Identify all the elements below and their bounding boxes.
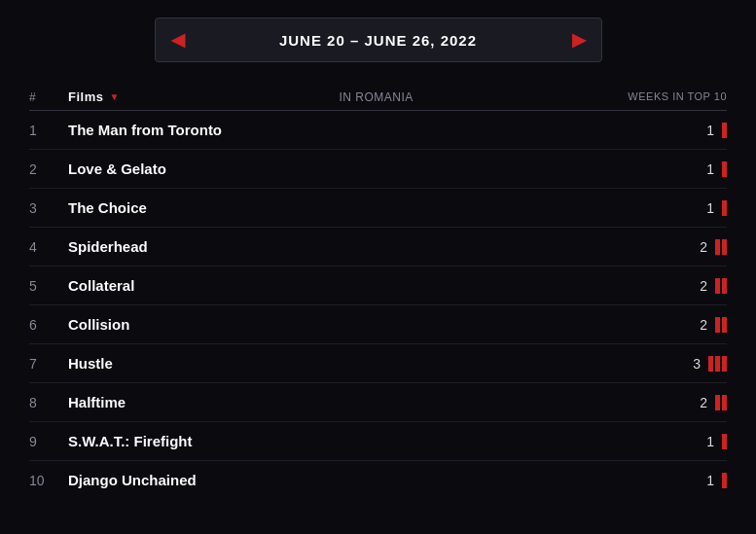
weeks-col: 1 xyxy=(610,161,727,177)
bar-segment xyxy=(715,239,720,255)
bar-segment xyxy=(722,278,727,294)
rank-number: 9 xyxy=(29,434,68,449)
sort-icon[interactable]: ▼ xyxy=(109,91,119,102)
weeks-col: 1 xyxy=(610,434,727,449)
table-row[interactable]: 9 S.W.A.T.: Firefight 1 xyxy=(29,422,727,461)
table-body: 1 The Man from Toronto 1 2 Love & Gelato… xyxy=(29,111,727,499)
films-table: # Films ▼ IN ROMANIA WEEKS IN TOP 10 1 T… xyxy=(0,84,756,499)
weeks-number: 2 xyxy=(700,239,707,255)
bar-indicator xyxy=(715,395,727,410)
weeks-col: 2 xyxy=(610,395,727,410)
rank-number: 8 xyxy=(29,395,68,410)
weeks-col: 2 xyxy=(610,239,727,255)
film-title: Spiderhead xyxy=(68,238,340,255)
table-row[interactable]: 1 The Man from Toronto 1 xyxy=(29,111,727,150)
weeks-number: 2 xyxy=(700,395,707,410)
table-row[interactable]: 8 Halftime 2 xyxy=(29,383,727,422)
bar-segment xyxy=(722,434,727,449)
col-rank-header: # xyxy=(29,90,68,104)
table-row[interactable]: 3 The Choice 1 xyxy=(29,189,727,228)
weeks-number: 2 xyxy=(700,317,707,333)
table-row[interactable]: 5 Collateral 2 xyxy=(29,267,727,305)
rank-number: 1 xyxy=(29,123,68,138)
weeks-number: 1 xyxy=(706,434,714,449)
bar-segment xyxy=(722,239,727,255)
bar-segment xyxy=(722,317,727,333)
date-bar: ◀ JUNE 20 – JUNE 26, 2022 ▶ xyxy=(155,18,602,62)
bar-indicator xyxy=(722,200,727,216)
bar-segment xyxy=(715,278,720,294)
film-title: Django Unchained xyxy=(68,472,340,488)
prev-arrow[interactable]: ◀ xyxy=(171,31,185,49)
bar-indicator xyxy=(722,434,727,449)
weeks-col: 1 xyxy=(610,200,727,216)
bar-segment xyxy=(722,395,727,410)
weeks-number: 1 xyxy=(706,473,714,488)
rank-number: 7 xyxy=(29,356,68,372)
date-navigation: ◀ JUNE 20 – JUNE 26, 2022 ▶ xyxy=(0,0,756,84)
rank-number: 10 xyxy=(29,473,68,488)
weeks-col: 1 xyxy=(610,473,727,488)
table-row[interactable]: 2 Love & Gelato 1 xyxy=(29,150,727,189)
film-title: Halftime xyxy=(68,394,340,410)
rank-number: 3 xyxy=(29,200,68,216)
bar-indicator xyxy=(715,317,727,333)
rank-number: 5 xyxy=(29,278,68,294)
rank-number: 2 xyxy=(29,161,68,177)
table-row[interactable]: 10 Django Unchained 1 xyxy=(29,461,727,499)
film-title: Collateral xyxy=(68,277,340,294)
bar-indicator xyxy=(722,161,727,177)
bar-segment xyxy=(722,123,727,138)
bar-segment xyxy=(722,200,727,216)
weeks-number: 1 xyxy=(706,200,714,216)
weeks-number: 1 xyxy=(706,123,714,138)
bar-segment xyxy=(722,356,727,372)
next-arrow[interactable]: ▶ xyxy=(572,31,586,49)
film-title: S.W.A.T.: Firefight xyxy=(68,433,340,449)
weeks-number: 1 xyxy=(706,161,714,177)
col-films-label: Films xyxy=(68,89,103,104)
bar-segment xyxy=(708,356,713,372)
bar-indicator xyxy=(708,356,727,372)
weeks-number: 2 xyxy=(700,278,707,294)
weeks-col: 2 xyxy=(610,317,727,333)
col-region-header: IN ROMANIA xyxy=(340,90,611,104)
weeks-number: 3 xyxy=(693,356,701,372)
bar-segment xyxy=(715,356,720,372)
film-title: Collision xyxy=(68,316,340,333)
bar-segment xyxy=(715,317,720,333)
weeks-col: 2 xyxy=(610,278,727,294)
col-films-header: Films ▼ xyxy=(68,89,340,104)
table-row[interactable]: 4 Spiderhead 2 xyxy=(29,228,727,267)
bar-segment xyxy=(722,473,727,488)
bar-segment xyxy=(722,161,727,177)
date-range: JUNE 20 – JUNE 26, 2022 xyxy=(279,32,477,49)
film-title: The Choice xyxy=(68,199,340,216)
bar-segment xyxy=(715,395,720,410)
bar-indicator xyxy=(722,123,727,138)
rank-number: 4 xyxy=(29,239,68,255)
table-header: # Films ▼ IN ROMANIA WEEKS IN TOP 10 xyxy=(29,84,727,111)
table-row[interactable]: 7 Hustle 3 xyxy=(29,344,727,383)
bar-indicator xyxy=(715,278,727,294)
rank-number: 6 xyxy=(29,317,68,333)
film-title: Love & Gelato xyxy=(68,160,340,177)
weeks-col: 1 xyxy=(610,123,727,138)
col-weeks-header: WEEKS IN TOP 10 xyxy=(610,89,727,103)
table-row[interactable]: 6 Collision 2 xyxy=(29,305,727,344)
bar-indicator xyxy=(715,239,727,255)
bar-indicator xyxy=(722,473,727,488)
film-title: The Man from Toronto xyxy=(68,122,340,138)
page-container: ◀ JUNE 20 – JUNE 26, 2022 ▶ # Films ▼ IN… xyxy=(0,0,756,534)
film-title: Hustle xyxy=(68,355,340,372)
weeks-col: 3 xyxy=(610,356,727,372)
